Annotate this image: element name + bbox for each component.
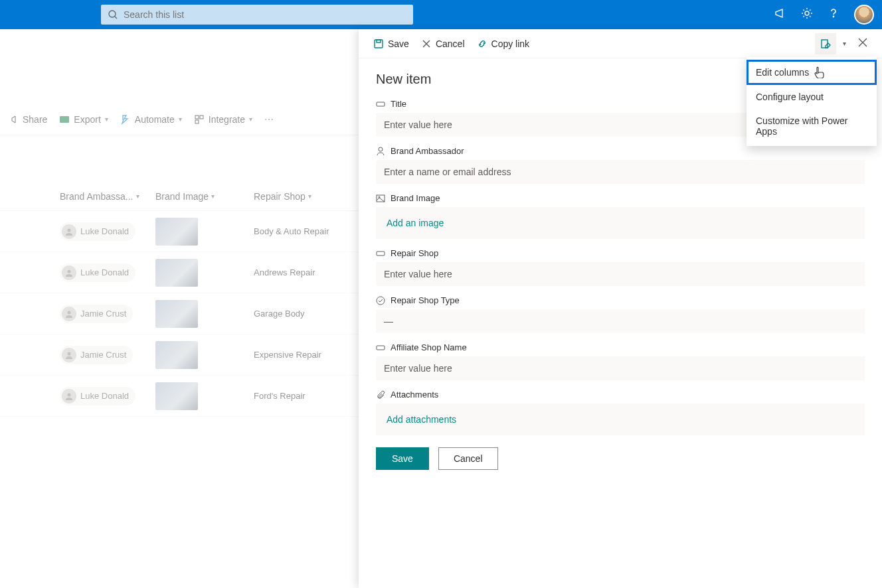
- image-icon: [376, 194, 385, 203]
- svg-rect-14: [377, 40, 381, 42]
- text-field-icon: [376, 249, 385, 258]
- person-chip[interactable]: Jamie Crust: [60, 305, 133, 323]
- add-image-action[interactable]: Add an image: [384, 212, 446, 234]
- person-avatar-icon: [62, 265, 76, 280]
- search-icon: [108, 9, 118, 20]
- repair-shop-value: Garage Body: [254, 309, 305, 319]
- person-avatar-icon: [62, 389, 76, 404]
- suite-header: [0, 0, 882, 29]
- svg-point-12: [68, 393, 71, 396]
- automate-button[interactable]: Automate ▾: [120, 114, 182, 125]
- svg-rect-26: [377, 346, 385, 350]
- cancel-button[interactable]: Cancel: [438, 447, 498, 470]
- help-icon[interactable]: [828, 7, 839, 22]
- integrate-button[interactable]: Integrate ▾: [194, 114, 252, 125]
- chevron-down-icon: ▾: [136, 192, 139, 200]
- column-label: Brand Image: [155, 191, 209, 202]
- svg-rect-20: [377, 102, 385, 106]
- chevron-down-icon: ▾: [308, 192, 311, 200]
- overflow-button[interactable]: ⋯: [264, 114, 274, 125]
- brand-image-thumbnail[interactable]: [155, 382, 198, 410]
- edit-form-button[interactable]: [815, 33, 836, 54]
- panel-copylink-label: Copy link: [491, 38, 530, 49]
- share-button[interactable]: Share: [8, 114, 47, 125]
- export-button[interactable]: Export ▾: [59, 114, 108, 125]
- svg-point-2: [805, 11, 809, 15]
- svg-rect-24: [377, 252, 385, 256]
- text-field-icon: [376, 100, 385, 109]
- svg-point-21: [379, 147, 383, 151]
- menu-item-customize-powerapps[interactable]: Customize with Power Apps: [747, 109, 877, 143]
- person-avatar-icon: [62, 307, 76, 321]
- svg-point-9: [68, 269, 71, 273]
- save-icon: [373, 38, 384, 49]
- field-label-text: Repair Shop: [391, 248, 438, 258]
- svg-point-11: [68, 352, 71, 355]
- field-repair-shop: Repair Shop: [376, 248, 865, 286]
- cursor-pointer-icon: [814, 66, 825, 78]
- menu-item-label: Customize with Power Apps: [756, 115, 867, 137]
- ambassador-input[interactable]: [376, 160, 865, 184]
- svg-line-1: [115, 17, 117, 19]
- panel-copylink-button[interactable]: Copy link: [477, 38, 530, 49]
- field-affiliate: Affiliate Shop Name: [376, 342, 865, 380]
- menu-item-edit-columns[interactable]: Edit columns: [747, 60, 877, 85]
- integrate-label: Integrate: [209, 114, 245, 125]
- svg-point-0: [109, 11, 116, 17]
- brand-image-thumbnail[interactable]: [155, 341, 198, 369]
- person-chip[interactable]: Luke Donald: [60, 263, 135, 282]
- person-chip[interactable]: Luke Donald: [60, 222, 135, 241]
- close-icon: [421, 38, 432, 49]
- person-icon: [376, 147, 385, 156]
- choice-icon: [376, 296, 385, 305]
- svg-point-8: [68, 228, 71, 232]
- panel-save-label: Save: [388, 38, 409, 49]
- panel-save-button[interactable]: Save: [373, 38, 409, 49]
- svg-point-25: [377, 297, 385, 305]
- export-label: Export: [74, 114, 100, 125]
- svg-rect-17: [822, 40, 828, 48]
- field-label-text: Title: [391, 99, 406, 109]
- menu-item-label: Configure layout: [756, 92, 824, 102]
- share-icon: [8, 114, 19, 125]
- menu-item-label: Edit columns: [756, 67, 809, 78]
- person-chip[interactable]: Jamie Crust: [60, 346, 133, 364]
- add-attachments-action[interactable]: Add attachments: [384, 409, 459, 430]
- person-name: Luke Donald: [80, 391, 129, 401]
- megaphone-icon[interactable]: [774, 7, 786, 22]
- person-chip[interactable]: Luke Donald: [60, 387, 135, 405]
- text-field-icon: [376, 343, 385, 352]
- affiliate-input[interactable]: [376, 356, 865, 380]
- excel-icon: [59, 114, 70, 125]
- svg-rect-13: [375, 40, 383, 48]
- save-button[interactable]: Save: [376, 447, 429, 470]
- column-header-ambassador[interactable]: Brand Ambassa... ▾: [60, 191, 155, 202]
- search-box[interactable]: [101, 5, 413, 25]
- field-label-text: Attachments: [391, 390, 438, 400]
- repair-shop-input[interactable]: [376, 262, 865, 286]
- panel-toolbar: Save Cancel Copy link ▾: [359, 29, 882, 58]
- svg-rect-5: [195, 115, 199, 119]
- brand-image-thumbnail[interactable]: [155, 300, 198, 328]
- svg-rect-7: [195, 120, 199, 123]
- panel-cancel-button[interactable]: Cancel: [421, 38, 465, 49]
- attachment-icon: [376, 390, 385, 400]
- brand-image-thumbnail[interactable]: [155, 259, 198, 287]
- chevron-down-icon[interactable]: ▾: [843, 40, 846, 47]
- person-name: Luke Donald: [80, 226, 129, 236]
- person-avatar-icon: [62, 224, 76, 239]
- person-name: Luke Donald: [80, 267, 129, 277]
- menu-item-configure-layout[interactable]: Configure layout: [747, 85, 877, 109]
- gear-icon[interactable]: [801, 7, 813, 22]
- panel-close-button[interactable]: [858, 38, 867, 49]
- user-avatar[interactable]: [854, 5, 874, 25]
- automate-icon: [120, 114, 131, 125]
- brand-image-thumbnail[interactable]: [155, 218, 198, 246]
- field-label-text: Repair Shop Type: [391, 295, 460, 305]
- link-icon: [477, 38, 487, 49]
- column-header-image[interactable]: Brand Image ▾: [155, 191, 254, 202]
- field-label-text: Brand Image: [391, 193, 440, 203]
- search-input[interactable]: [124, 9, 406, 20]
- repair-type-select[interactable]: —: [376, 309, 865, 333]
- column-header-repair[interactable]: Repair Shop ▾: [254, 191, 373, 202]
